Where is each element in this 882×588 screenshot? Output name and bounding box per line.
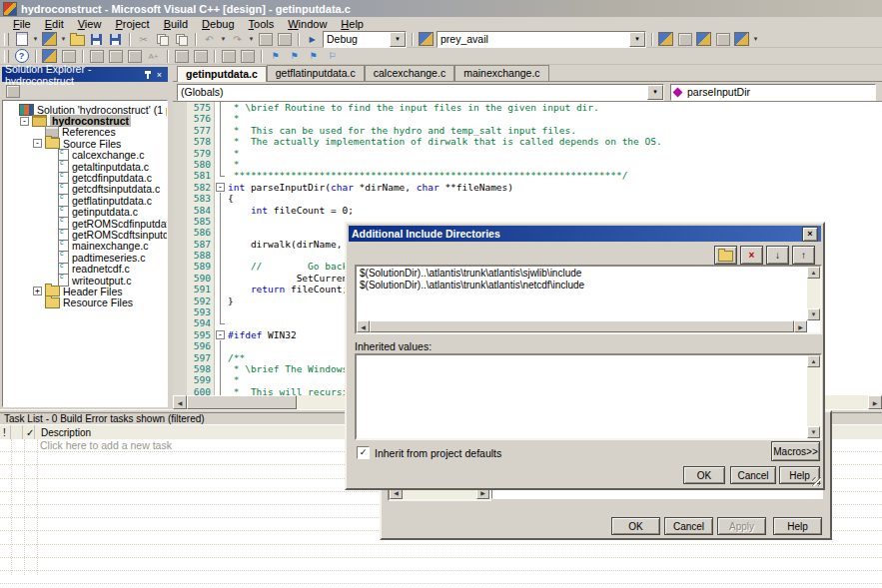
comment-selection-button[interactable] <box>220 49 237 64</box>
scroll-right-button[interactable]: ▶ <box>868 395 882 409</box>
breakpoint-margin[interactable] <box>173 261 187 272</box>
include-path-item[interactable]: $(SolutionDir)..\atlantis\trunk\atlantis… <box>358 280 806 292</box>
save-all-button[interactable] <box>107 32 124 47</box>
column-category[interactable] <box>11 425 23 439</box>
column-priority[interactable]: ! <box>0 425 11 439</box>
expand-icon[interactable]: + <box>33 287 42 295</box>
quick-info-button[interactable] <box>126 49 143 64</box>
undo-button[interactable]: ↶ <box>201 32 218 47</box>
list-members-button[interactable] <box>88 49 105 64</box>
menu-view[interactable]: View <box>71 17 109 31</box>
scrollbar-thumb[interactable] <box>187 395 297 409</box>
tree-item[interactable]: getcdftsinputdata.c <box>3 184 167 195</box>
breakpoint-margin[interactable] <box>173 113 187 124</box>
tree-item[interactable]: padtimeseries.c <box>3 252 167 263</box>
scrollbar-thumb[interactable] <box>370 320 794 332</box>
new-line-button[interactable] <box>714 246 737 265</box>
breakpoint-margin[interactable] <box>173 284 187 294</box>
other-windows-dropdown-icon[interactable]: ▼ <box>752 36 759 42</box>
solution-explorer-button[interactable] <box>657 32 674 47</box>
new-project-button[interactable] <box>13 32 30 47</box>
menu-file[interactable]: File <box>6 17 38 31</box>
breakpoint-margin[interactable] <box>173 239 187 250</box>
combo-dropdown-icon[interactable]: ▼ <box>629 32 645 47</box>
collapse-icon[interactable]: - <box>33 139 42 148</box>
save-button[interactable] <box>88 32 105 47</box>
breakpoint-margin[interactable] <box>173 136 187 147</box>
collapse-box-icon[interactable]: - <box>216 183 225 192</box>
tab-getinputdata.c[interactable]: getinputdata.c <box>177 66 267 82</box>
include-paths-listbox[interactable]: $(SolutionDir)..\atlantis\trunk\atlantis… <box>355 265 822 334</box>
tab-mainexchange.c[interactable]: mainexchange.c <box>454 65 548 81</box>
complete-word-button[interactable]: A+ <box>145 49 162 64</box>
solution-configurations-combo[interactable]: Debug ▼ <box>323 31 407 48</box>
cut-button[interactable]: ✂ <box>135 32 152 47</box>
decrease-indent-button[interactable] <box>173 49 190 64</box>
configuration-manager-button[interactable] <box>418 32 435 47</box>
column-checked[interactable]: ✓ <box>23 425 35 439</box>
other-windows-button[interactable] <box>733 32 750 47</box>
breakpoint-margin[interactable] <box>173 306 187 317</box>
scroll-up-button[interactable]: ▲ <box>807 267 820 279</box>
tab-getflatinputdata.c[interactable]: getflatinputdata.c <box>267 65 365 81</box>
solution-tree[interactable]: Solution 'hydroconstruct' (1 project)-hy… <box>2 100 168 407</box>
ok-button[interactable]: OK <box>611 517 660 535</box>
collapse-icon[interactable]: - <box>20 117 29 126</box>
tree-item[interactable]: Solution 'hydroconstruct' (1 project) <box>3 104 167 115</box>
tree-item[interactable]: Resource Files <box>3 297 167 308</box>
scroll-left-button[interactable]: ◀ <box>357 320 370 332</box>
breakpoint-margin[interactable] <box>173 159 187 170</box>
menu-tools[interactable]: Tools <box>242 17 282 31</box>
redo-dropdown-icon[interactable]: ▼ <box>248 36 255 42</box>
resize-grip[interactable] <box>812 477 821 486</box>
breakpoint-margin[interactable] <box>173 317 187 328</box>
tree-item[interactable]: getflatinputdata.c <box>3 195 167 206</box>
fold-collapse-icon[interactable]: - <box>215 182 228 193</box>
new-project-dropdown-icon[interactable]: ▼ <box>32 36 39 42</box>
scroll-right-button[interactable]: ▶ <box>794 320 807 332</box>
delete-line-button[interactable]: × <box>740 246 763 265</box>
menu-project[interactable]: Project <box>108 17 156 31</box>
add-task-placeholder[interactable]: Click here to add a new task <box>0 439 172 451</box>
add-item-dropdown-icon[interactable]: ▼ <box>60 36 67 42</box>
scroll-down-button[interactable]: ▼ <box>807 426 820 438</box>
collapse-box-icon[interactable]: - <box>216 330 225 339</box>
copy-button[interactable] <box>154 32 171 47</box>
tree-item[interactable]: References <box>3 127 167 138</box>
display-window-button[interactable] <box>60 49 77 64</box>
next-bookmark-button[interactable]: ⚑ <box>286 49 303 64</box>
find-target-combo[interactable]: prey_avail ▼ <box>437 31 646 48</box>
tree-item[interactable]: getROMScdftsinputdata.c <box>3 229 167 240</box>
breakpoint-margin[interactable] <box>173 329 187 340</box>
parameter-info-button[interactable] <box>107 49 124 64</box>
scope-combo[interactable]: (Globals) ▼ <box>177 84 664 101</box>
breakpoint-margin[interactable] <box>173 216 187 227</box>
tree-item[interactable]: +Header Files <box>3 286 167 296</box>
breakpoint-margin[interactable] <box>173 374 187 385</box>
add-item-button[interactable] <box>41 32 58 47</box>
pin-button[interactable] <box>142 69 153 81</box>
dialog-close-button[interactable]: × <box>802 227 818 242</box>
toggle-bookmark-button[interactable]: ⚑ <box>267 49 284 64</box>
breakpoint-margin[interactable] <box>173 102 187 113</box>
display-objects-button[interactable] <box>41 49 58 64</box>
cancel-button[interactable]: Cancel <box>664 517 713 535</box>
tree-item[interactable]: writeoutput.c <box>3 275 167 286</box>
breakpoint-margin[interactable] <box>173 205 187 216</box>
menu-build[interactable]: Build <box>157 17 195 31</box>
inherited-values-listbox[interactable]: ▲ ▼ <box>355 353 822 440</box>
breakpoint-margin[interactable] <box>173 148 187 159</box>
toolbar-grip[interactable] <box>4 50 9 63</box>
previous-bookmark-button[interactable]: ⚑ <box>305 49 322 64</box>
breakpoint-margin[interactable] <box>173 363 187 374</box>
tree-item[interactable]: getinputdata.c <box>3 207 167 218</box>
tree-item[interactable]: -hydroconstruct <box>3 115 167 126</box>
breakpoint-margin[interactable] <box>173 295 187 306</box>
tab-calcexchange.c[interactable]: calcexchange.c <box>365 65 454 81</box>
breakpoint-margin[interactable] <box>173 125 187 136</box>
navigate-forward-button[interactable] <box>276 32 293 47</box>
redo-button[interactable]: ↷ <box>229 32 246 47</box>
breakpoint-margin[interactable] <box>173 340 187 351</box>
tree-item[interactable]: readnetcdf.c <box>3 263 167 274</box>
start-debug-button[interactable]: ▶ <box>304 32 321 47</box>
